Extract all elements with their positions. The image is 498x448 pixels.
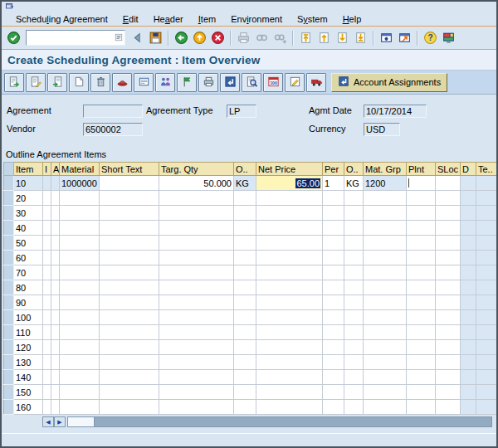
cell-material[interactable]	[60, 310, 100, 325]
cell-material[interactable]	[60, 206, 100, 221]
row-selector[interactable]	[4, 295, 14, 310]
cell-d[interactable]	[461, 280, 476, 295]
cell-targ_qty[interactable]	[159, 236, 234, 251]
cell-oun[interactable]	[234, 370, 256, 385]
cell-plnt[interactable]	[407, 206, 436, 221]
cell-sloc[interactable]	[436, 236, 461, 251]
row-selector[interactable]	[4, 370, 14, 385]
cell-i[interactable]	[43, 400, 51, 415]
cancel-icon[interactable]	[209, 29, 227, 46]
row-selector[interactable]	[4, 191, 14, 206]
delivery-schedule-button[interactable]	[306, 73, 326, 92]
column-header-oun[interactable]: O..	[234, 163, 256, 176]
print-preview-button[interactable]	[198, 73, 218, 92]
cell-a[interactable]	[51, 206, 60, 221]
goto-button[interactable]	[220, 73, 240, 92]
cell-mat_grp[interactable]	[364, 251, 407, 265]
cell-sloc[interactable]	[436, 176, 461, 191]
cell-oun[interactable]: KG	[234, 176, 256, 191]
cell-i[interactable]	[43, 236, 51, 251]
cell-net_price[interactable]	[256, 251, 323, 265]
cell-te[interactable]	[476, 340, 497, 355]
cell-d[interactable]	[461, 265, 476, 280]
cell-a[interactable]	[51, 325, 60, 340]
cell-net_price[interactable]	[256, 310, 323, 325]
menu-item-system[interactable]: System	[290, 14, 335, 24]
menu-item-scheduling-agreement[interactable]: Scheduling Agreement	[8, 14, 115, 24]
cell-te[interactable]	[476, 280, 497, 295]
cell-short_text[interactable]	[100, 355, 159, 370]
cell-short_text[interactable]	[100, 370, 159, 385]
row-selector[interactable]	[4, 176, 14, 191]
release-flag-button[interactable]	[177, 73, 197, 92]
cell-item[interactable]: 100	[14, 310, 43, 325]
cell-material[interactable]	[60, 221, 100, 236]
cell-mat_grp[interactable]	[364, 191, 407, 206]
cell-opu[interactable]	[344, 206, 364, 221]
cell-per[interactable]	[323, 251, 344, 265]
cell-i[interactable]	[43, 221, 51, 236]
cell-d[interactable]	[461, 191, 476, 206]
currency-field[interactable]: USD	[364, 123, 400, 136]
row-selector[interactable]	[4, 265, 14, 280]
cell-mat_grp[interactable]	[364, 370, 407, 385]
cell-per[interactable]	[323, 385, 344, 400]
conditions-button[interactable]: 100	[263, 73, 283, 92]
cell-net_price[interactable]	[256, 385, 323, 400]
cell-targ_qty[interactable]	[159, 370, 234, 385]
row-selector[interactable]	[4, 221, 14, 236]
cell-item[interactable]: 110	[14, 325, 43, 340]
cell-targ_qty[interactable]	[159, 206, 234, 221]
cell-a[interactable]	[51, 280, 60, 295]
cell-targ_qty[interactable]: 50.000	[159, 176, 234, 191]
cell-plnt[interactable]	[407, 251, 436, 265]
row-selector[interactable]	[4, 280, 14, 295]
cell-i[interactable]	[43, 340, 51, 355]
cell-plnt[interactable]	[407, 191, 436, 206]
column-header-sloc[interactable]: SLoc	[436, 163, 461, 176]
account-assignments-button[interactable]: Account Assignments	[331, 73, 447, 92]
cell-short_text[interactable]	[100, 221, 159, 236]
cell-sloc[interactable]	[436, 370, 461, 385]
cell-i[interactable]	[43, 206, 51, 221]
column-header-d[interactable]: D	[461, 163, 476, 176]
cell-plnt[interactable]	[407, 280, 436, 295]
item-overview-button[interactable]	[4, 73, 24, 92]
cell-sloc[interactable]	[436, 191, 461, 206]
cell-short_text[interactable]	[100, 310, 159, 325]
cell-te[interactable]	[476, 310, 497, 325]
cell-material[interactable]	[60, 251, 100, 265]
cell-net_price[interactable]	[256, 340, 323, 355]
change-button[interactable]	[285, 73, 305, 92]
delete-item-button[interactable]	[90, 73, 110, 92]
cell-targ_qty[interactable]	[159, 251, 234, 265]
command-field[interactable]	[26, 30, 125, 46]
cell-i[interactable]	[43, 325, 51, 340]
back-icon[interactable]	[173, 29, 190, 46]
cell-mat_grp[interactable]	[364, 265, 407, 280]
column-header-net_price[interactable]: Net Price	[256, 163, 323, 176]
text-overview-button[interactable]	[134, 73, 154, 92]
agmt-date-field[interactable]: 10/17/2014	[364, 105, 427, 118]
cell-net_price[interactable]	[256, 355, 323, 370]
menu-item-environment[interactable]: Environment	[223, 14, 290, 24]
cell-mat_grp[interactable]	[364, 206, 407, 221]
cell-per[interactable]	[323, 221, 344, 236]
cell-oun[interactable]	[234, 340, 256, 355]
cell-mat_grp[interactable]	[364, 221, 407, 236]
cell-opu[interactable]	[344, 385, 364, 400]
hat-button[interactable]	[112, 73, 132, 92]
cell-targ_qty[interactable]	[159, 400, 234, 415]
cell-material[interactable]	[60, 280, 100, 295]
cell-item[interactable]: 40	[14, 221, 43, 236]
row-selector[interactable]	[4, 385, 14, 400]
cell-per[interactable]	[323, 236, 344, 251]
cell-targ_qty[interactable]	[159, 191, 234, 206]
row-selector[interactable]	[4, 325, 14, 340]
cell-i[interactable]	[43, 370, 51, 385]
cell-d[interactable]	[461, 355, 476, 370]
cell-d[interactable]	[461, 310, 476, 325]
item-display-button[interactable]	[47, 73, 67, 92]
cell-per[interactable]	[323, 325, 344, 340]
cell-short_text[interactable]	[100, 295, 159, 310]
